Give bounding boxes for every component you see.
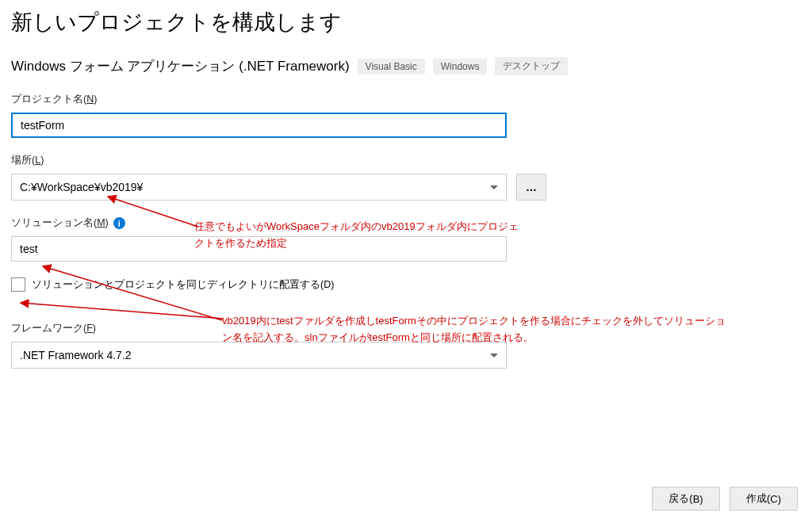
location-value: C:¥WorkSpace¥vb2019¥ <box>20 181 143 193</box>
arrow-icon <box>38 263 228 325</box>
project-type-subtitle: Windows フォーム アプリケーション (.NET Framework) <box>11 57 350 75</box>
same-directory-row: ソリューションとプロジェクトを同じディレクトリに配置する(D) <box>11 277 801 292</box>
chevron-down-icon <box>490 354 498 358</box>
info-icon[interactable]: i <box>113 217 125 229</box>
subtitle-row: Windows フォーム アプリケーション (.NET Framework) V… <box>11 57 801 75</box>
tag-platform: Windows <box>433 59 488 75</box>
location-label: 場所(L) <box>11 154 801 167</box>
page-title: 新しいプロジェクトを構成します <box>11 8 801 36</box>
create-button[interactable]: 作成(C) <box>730 487 798 510</box>
back-button[interactable]: 戻る(B) <box>652 487 720 510</box>
annotation-location: 任意でもよいがWorkSpaceフォルダ内のvb2019フォルダ内にプロジェクト… <box>194 219 527 252</box>
same-directory-checkbox[interactable] <box>11 277 25 292</box>
project-name-label: プロジェクト名(N) <box>11 93 801 106</box>
project-name-input[interactable] <box>11 113 507 138</box>
svg-line-1 <box>43 266 222 320</box>
browse-button[interactable]: … <box>516 174 546 201</box>
same-directory-label: ソリューションとプロジェクトを同じディレクトリに配置する(D) <box>32 278 334 292</box>
tag-category: デスクトップ <box>495 57 568 75</box>
annotation-solution: vb2019内にtestファルダを作成しtestFormその中にプロジェクトを作… <box>222 313 730 346</box>
project-name-field: プロジェクト名(N) <box>11 93 801 138</box>
svg-line-2 <box>21 303 224 319</box>
framework-value: .NET Framework 4.7.2 <box>20 349 132 361</box>
location-input[interactable]: C:¥WorkSpace¥vb2019¥ <box>11 174 507 201</box>
footer-buttons: 戻る(B) 作成(C) <box>652 487 798 510</box>
tag-language: Visual Basic <box>358 59 425 75</box>
arrow-icon <box>16 300 230 323</box>
location-field: 場所(L) C:¥WorkSpace¥vb2019¥ … <box>11 154 801 201</box>
chevron-down-icon <box>490 185 498 189</box>
